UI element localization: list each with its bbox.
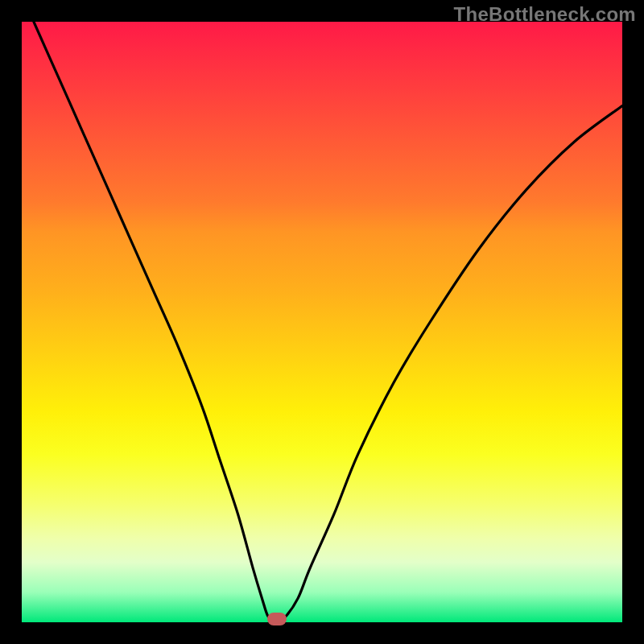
bottleneck-curve bbox=[22, 22, 622, 622]
chart-frame: TheBottleneck.com bbox=[0, 0, 644, 644]
plot-area bbox=[22, 22, 622, 622]
watermark-text: TheBottleneck.com bbox=[454, 3, 636, 26]
optimum-marker bbox=[267, 613, 287, 625]
